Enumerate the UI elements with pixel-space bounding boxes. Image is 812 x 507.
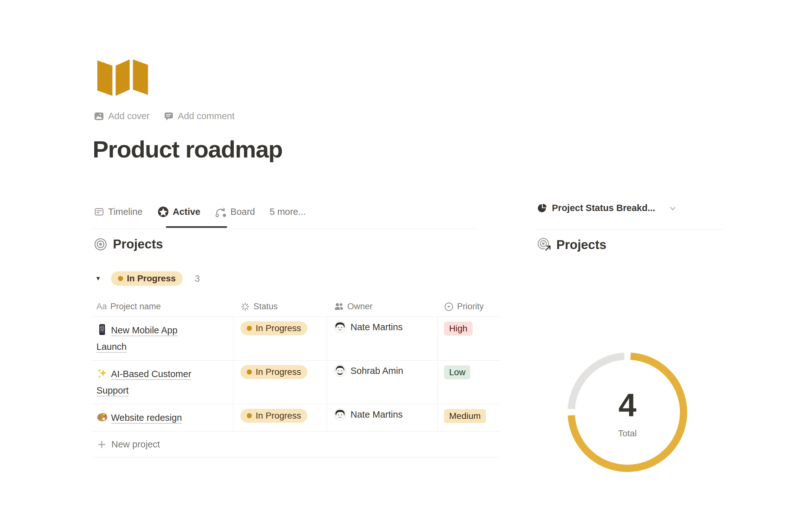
project-name-cell[interactable]: New Mobile App Launch [92, 317, 234, 360]
group-status-label: In Progress [127, 274, 176, 284]
add-cover-label: Add cover [108, 111, 150, 121]
people-icon [334, 302, 344, 312]
avatar-nate-martins [334, 321, 346, 333]
status-label: In Progress [256, 323, 301, 333]
projects-heading-right-label: Projects [556, 238, 606, 252]
image-icon [94, 111, 104, 121]
column-label-priority: Priority [457, 302, 484, 312]
cycle-icon [215, 206, 227, 218]
status-pill[interactable]: In Progress [241, 321, 307, 335]
chart-view-selector[interactable]: Project Status Breakd... [537, 203, 677, 213]
project-link[interactable]: Website redesign [111, 412, 182, 423]
table-row: Website redesign In Progress [92, 404, 500, 432]
priority-circle-icon [444, 302, 454, 312]
owner-name: Sohrab Amin [351, 366, 403, 376]
priority-cell[interactable]: High [438, 317, 500, 360]
owner-cell[interactable]: Nate Martins [327, 317, 438, 360]
owner-chip[interactable]: Nate Martins [334, 321, 438, 333]
map-icon [95, 53, 149, 98]
group-collapse-toggle[interactable]: ▼ [95, 275, 103, 282]
status-label: In Progress [256, 411, 301, 421]
mobile-phone-emoji-icon [96, 324, 108, 335]
table-row: AI-Based Customer Support In Progress [92, 360, 500, 404]
target-icon [94, 238, 107, 251]
timeline-icon [94, 207, 104, 217]
group-status-pill[interactable]: In Progress [111, 271, 183, 286]
status-cell[interactable]: In Progress [234, 317, 327, 360]
chevron-down-icon[interactable] [669, 204, 677, 212]
table-row: New Mobile App Launch In Progress [92, 317, 500, 360]
new-project-button[interactable]: New project [92, 432, 500, 458]
donut-total-label: Total [561, 429, 694, 439]
priority-pill[interactable]: Medium [444, 409, 486, 423]
tab-timeline[interactable]: Timeline [94, 207, 143, 217]
owner-name: Nate Martins [351, 409, 403, 420]
add-cover-button[interactable]: Add cover [94, 111, 150, 121]
status-pill[interactable]: In Progress [241, 365, 307, 379]
status-label: In Progress [256, 367, 301, 377]
project-link[interactable]: New Mobile App Launch [96, 325, 177, 352]
active-tab-underline [166, 226, 227, 228]
priority-pill[interactable]: Low [444, 365, 470, 379]
avatar-sohrab-amin [334, 365, 346, 377]
column-label-owner: Owner [347, 302, 373, 312]
project-name-cell[interactable]: Website redesign [92, 404, 234, 431]
avatar-nate-martins [334, 408, 346, 420]
view-tabs: Timeline Active Board 5 more... [94, 203, 306, 221]
donut-total-value: 4 [561, 387, 694, 423]
status-dot [247, 370, 252, 375]
group-count: 3 [195, 274, 200, 284]
status-dot [247, 326, 252, 331]
column-header-priority[interactable]: Priority [438, 302, 500, 312]
project-name-cell[interactable]: AI-Based Customer Support [92, 360, 234, 404]
status-dot [247, 413, 252, 418]
owner-name: Nate Martins [351, 322, 403, 332]
priority-pill[interactable]: High [444, 322, 473, 336]
add-comment-button[interactable]: Add comment [164, 111, 235, 121]
chart-view-selector-label: Project Status Breakd... [552, 203, 655, 213]
status-cell[interactable]: In Progress [234, 404, 327, 431]
priority-cell[interactable]: Medium [438, 404, 500, 431]
group-row-in-progress: ▼ In Progress 3 [95, 271, 200, 286]
column-header-owner[interactable]: Owner [327, 302, 438, 312]
column-header-status[interactable]: Status [234, 302, 327, 312]
tab-timeline-label: Timeline [108, 207, 143, 217]
column-label-status: Status [253, 302, 278, 312]
tabs-more-button[interactable]: 5 more... [270, 207, 306, 217]
tab-board[interactable]: Board [215, 206, 255, 218]
project-link[interactable]: AI-Based Customer Support [96, 369, 191, 395]
status-spinner-icon [241, 302, 250, 312]
status-pill[interactable]: In Progress [241, 409, 307, 423]
owner-cell[interactable]: Sohrab Amin [327, 360, 438, 404]
projects-heading-left: Projects [94, 237, 163, 251]
sparkles-emoji-icon [96, 368, 108, 379]
tabs-more-label: 5 more... [270, 207, 306, 217]
page-title[interactable]: Product roadmap [93, 135, 282, 163]
product-roadmap-page: Add cover Add comment Product roadmap Ti… [0, 0, 812, 507]
tab-active[interactable]: Active [157, 206, 200, 218]
star-circle-icon [157, 206, 169, 218]
new-project-label: New project [111, 439, 160, 450]
projects-table: Aa Project name Status [92, 297, 500, 458]
tab-board-label: Board [231, 207, 255, 217]
owner-chip[interactable]: Sohrab Amin [334, 365, 438, 377]
plus-icon [97, 440, 107, 449]
table-header-row: Aa Project name Status [92, 297, 500, 317]
owner-cell[interactable]: Nate Martins [327, 404, 438, 431]
palette-emoji-icon [96, 411, 108, 423]
linked-target-arrow-icon [537, 237, 552, 252]
column-header-project-name[interactable]: Aa Project name [92, 302, 234, 312]
add-comment-label: Add comment [178, 111, 235, 121]
owner-chip[interactable]: Nate Martins [334, 408, 438, 420]
comment-icon [164, 111, 174, 121]
page-actions: Add cover Add comment [94, 111, 235, 121]
right-panel-divider [536, 229, 722, 229]
status-cell[interactable]: In Progress [234, 360, 327, 404]
pie-chart-icon [537, 204, 547, 213]
text-type-icon: Aa [96, 302, 107, 312]
priority-cell[interactable]: Low [438, 360, 500, 404]
tab-active-label: Active [173, 207, 200, 217]
status-dot [118, 276, 123, 281]
column-label-project-name: Project name [110, 302, 161, 312]
page-map-icon[interactable] [95, 53, 149, 98]
